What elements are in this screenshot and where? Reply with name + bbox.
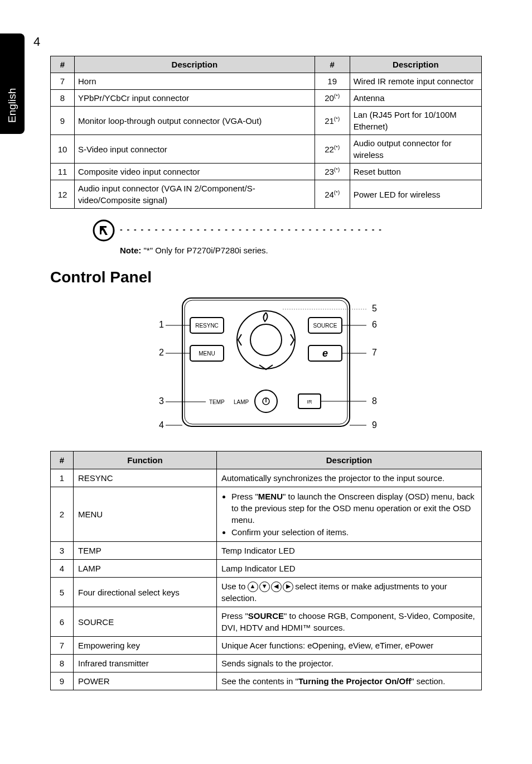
t1-r1-n2: 19 xyxy=(315,73,350,90)
t2-head-hash: # xyxy=(51,451,74,469)
svg-text:8: 8 xyxy=(372,396,377,406)
t1-r6-d1: Audio input connector (VGA IN 2/Componen… xyxy=(75,180,315,209)
table-row: 3 TEMP Temp Indicator LED xyxy=(51,541,482,559)
svg-text:4: 4 xyxy=(159,420,164,430)
arrow-up-icon: ▲ xyxy=(248,582,258,592)
t1-r6-d2: Power LED for wireless xyxy=(350,180,481,209)
t2-r7-n: 7 xyxy=(51,637,74,655)
t2-r5-desc: Use to ▲ ▼ ◀ ▶ select items or make adju… xyxy=(217,577,482,607)
svg-text:6: 6 xyxy=(372,320,377,329)
description-table-1: # Description # Description 7 Horn 19 Wi… xyxy=(50,56,482,209)
t1-r5-n2: 23(*) xyxy=(315,164,350,180)
t1-r1-d2: Wired IR remote input connector xyxy=(350,73,481,90)
table-row: 4 LAMP Lamp Indicator LED xyxy=(51,559,482,577)
t2-r3-fn: TEMP xyxy=(74,541,217,559)
table-row: 12 Audio input connector (VGA IN 2/Compo… xyxy=(51,180,482,209)
t2-r6-n: 6 xyxy=(51,607,74,637)
t2-r2-desc: Press "MENU" to launch the Onscreen disp… xyxy=(217,487,482,541)
t2-r1-n: 1 xyxy=(51,469,74,487)
t2-r9-n: 9 xyxy=(51,672,74,690)
section-title: Control Panel xyxy=(50,266,482,288)
table-row: 6 SOURCE Press "SOURCE" to choose RGB, C… xyxy=(51,607,482,637)
t2-r6-fn: SOURCE xyxy=(74,607,217,637)
t1-r1-d1: Horn xyxy=(75,73,315,90)
t2-r4-n: 4 xyxy=(51,559,74,577)
svg-text:RESYNC: RESYNC xyxy=(195,323,219,329)
t2-r3-n: 3 xyxy=(51,541,74,559)
svg-text:7: 7 xyxy=(372,348,377,357)
t1-r3-n1: 9 xyxy=(51,107,75,135)
t2-r5-fn: Four directional select keys xyxy=(74,577,217,607)
table-row: 10 S-Video input connector 22(*) Audio o… xyxy=(51,135,482,164)
control-panel-diagram: RESYNC SOURCE MENU e TEMP LAMP IR xyxy=(143,292,389,441)
table-row: 7 Empowering key Unique Acer functions: … xyxy=(51,637,482,655)
t2-head-function: Function xyxy=(74,451,217,469)
note-icon xyxy=(92,219,115,242)
svg-text:3: 3 xyxy=(159,396,164,406)
t2-r6-desc: Press "SOURCE" to choose RGB, Component,… xyxy=(217,607,482,637)
table-row: 1 RESYNC Automatically synchronizes the … xyxy=(51,469,482,487)
t1-r5-n1: 11 xyxy=(51,164,75,180)
t1-r1-n1: 7 xyxy=(51,73,75,90)
t1-head-desc2: Description xyxy=(350,56,481,73)
t1-r5-d2: Reset button xyxy=(350,164,481,180)
svg-text:IR: IR xyxy=(307,399,313,405)
table-row: 8 YPbPr/YCbCr input connector 20(*) Ante… xyxy=(51,90,482,107)
table-row: 2 MENU Press "MENU" to launch the Onscre… xyxy=(51,487,482,541)
svg-text:9: 9 xyxy=(372,420,377,430)
t2-r4-desc: Lamp Indicator LED xyxy=(217,559,482,577)
svg-text:5: 5 xyxy=(372,304,377,313)
t1-r2-d2: Antenna xyxy=(350,90,481,107)
t1-r4-d2: Audio output connector for wireless xyxy=(350,135,481,164)
t2-r9-fn: POWER xyxy=(74,672,217,690)
t2-r4-fn: LAMP xyxy=(74,559,217,577)
t2-head-description: Description xyxy=(217,451,482,469)
t1-r2-n2: 20(*) xyxy=(315,90,350,107)
function-table: # Function Description 1 RESYNC Automati… xyxy=(50,451,482,691)
arrow-right-icon: ▶ xyxy=(283,582,293,592)
t1-r3-n2: 21(*) xyxy=(315,107,350,135)
t2-r8-n: 8 xyxy=(51,655,74,672)
t1-r5-d1: Composite video input connector xyxy=(75,164,315,180)
t1-head-hash1: # xyxy=(51,56,75,73)
arrow-down-icon: ▼ xyxy=(259,582,270,592)
t2-r5-n: 5 xyxy=(51,577,74,607)
t1-r3-d2: Lan (RJ45 Port for 10/100M Ethernet) xyxy=(350,107,481,135)
note-block: - - - - - - - - - - - - - - - - - - - - … xyxy=(92,219,482,256)
arrow-left-icon: ◀ xyxy=(271,582,282,592)
table-row: 11 Composite video input connector 23(*)… xyxy=(51,164,482,180)
t1-r3-d1: Monitor loop-through output connector (V… xyxy=(75,107,315,135)
t2-r1-fn: RESYNC xyxy=(74,469,217,487)
svg-text:MENU: MENU xyxy=(199,350,215,357)
t1-r2-n1: 8 xyxy=(51,90,75,107)
svg-point-5 xyxy=(250,324,282,355)
side-tab-english: English xyxy=(0,33,25,134)
t1-head-desc1: Description xyxy=(75,56,315,73)
t2-r9-desc: See the contents in "Turning the Project… xyxy=(217,672,482,690)
table-row: 9 POWER See the contents in "Turning the… xyxy=(51,672,482,690)
table-row: 5 Four directional select keys Use to ▲ … xyxy=(51,577,482,607)
note-text: Note: "*" Only for P7270i/P7280i series. xyxy=(120,244,482,256)
svg-text:e: e xyxy=(322,348,328,359)
table-row: 7 Horn 19 Wired IR remote input connecto… xyxy=(51,73,482,90)
t2-r7-desc: Unique Acer functions: eOpening, eView, … xyxy=(217,637,482,655)
svg-text:2: 2 xyxy=(159,348,164,357)
t2-r8-desc: Sends signals to the projector. xyxy=(217,655,482,672)
t2-r2-n: 2 xyxy=(51,487,74,541)
t1-r4-n1: 10 xyxy=(51,135,75,164)
page-number: 4 xyxy=(33,33,40,51)
svg-text:LAMP: LAMP xyxy=(234,399,249,405)
t2-r8-fn: Infrared transmitter xyxy=(74,655,217,672)
t2-r7-fn: Empowering key xyxy=(74,637,217,655)
table-row: 8 Infrared transmitter Sends signals to … xyxy=(51,655,482,672)
t1-r6-n2: 24(*) xyxy=(315,180,350,209)
t2-r3-desc: Temp Indicator LED xyxy=(217,541,482,559)
t1-r4-n2: 22(*) xyxy=(315,135,350,164)
t2-r2-fn: MENU xyxy=(74,487,217,541)
table-row: 9 Monitor loop-through output connector … xyxy=(51,107,482,135)
t1-r2-d1: YPbPr/YCbCr input connector xyxy=(75,90,315,107)
svg-rect-2 xyxy=(185,300,347,424)
note-dotted-line: - - - - - - - - - - - - - - - - - - - - … xyxy=(120,219,383,236)
svg-text:1: 1 xyxy=(159,320,164,329)
svg-text:TEMP: TEMP xyxy=(209,399,225,405)
